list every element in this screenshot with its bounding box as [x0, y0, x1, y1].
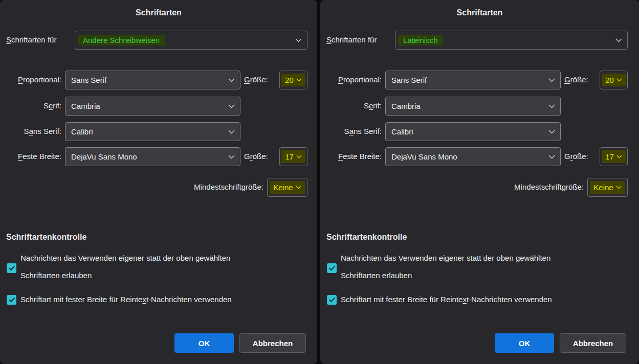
- size-mono-select[interactable]: 17: [600, 147, 628, 166]
- proportional-select[interactable]: Sans Serif: [385, 71, 561, 89]
- chevron-down-icon: [228, 155, 235, 159]
- label-part: öße:: [253, 152, 268, 161]
- label-part: indestschriftgröße:: [521, 183, 584, 191]
- check-icon: [9, 298, 15, 303]
- sans-serif-value: Calibri: [65, 127, 93, 136]
- ok-button[interactable]: OK: [495, 333, 554, 353]
- check-icon: [329, 298, 335, 303]
- check-icon: [9, 266, 15, 271]
- label-part: G: [564, 152, 570, 161]
- label-part: S: [24, 127, 29, 135]
- accesskey: P: [338, 75, 343, 84]
- fixed-width-select[interactable]: DejaVu Sans Mono: [385, 147, 561, 166]
- proportional-select[interactable]: Sans Serif: [65, 71, 240, 89]
- fixed-width-plaintext-checkbox[interactable]: [7, 295, 16, 305]
- dialog-title: Schriftarten: [320, 8, 639, 17]
- fonts-for-select[interactable]: Lateinisch: [395, 31, 628, 50]
- min-font-size-select[interactable]: Keine: [587, 178, 628, 197]
- serif-select[interactable]: Cambria: [385, 97, 561, 116]
- size-mono-select[interactable]: 17: [279, 147, 307, 166]
- size-proportional-value: 20: [605, 76, 614, 84]
- chevron-down-icon: [616, 186, 622, 189]
- fixed-width-value: DejaVu Sans Mono: [386, 152, 457, 161]
- cancel-button[interactable]: Abbrechen: [239, 333, 306, 353]
- label-part: achrichten das Verwenden eigener statt d…: [346, 254, 550, 262]
- accesskey: a: [349, 127, 354, 135]
- label-proportional: Proportional:: [0, 75, 61, 84]
- label-part: ns Serif:: [33, 127, 61, 135]
- label-part: Schriftart mit fester Breite für Reinte: [341, 295, 462, 304]
- label-part: Schriftart mit fester Breite für Reinte: [20, 295, 142, 304]
- label-part: S: [344, 127, 349, 135]
- chevron-down-icon: [548, 155, 555, 159]
- chevron-down-icon: [548, 130, 555, 134]
- label-fixed-width: Feste Breite:: [320, 152, 382, 161]
- accesskey: M: [514, 183, 521, 191]
- cancel-button[interactable]: Abbrechen: [560, 333, 626, 353]
- label-sans-serif: Sans Serif:: [0, 127, 61, 135]
- label-part: roportional:: [23, 75, 61, 84]
- dialog-title: Schriftarten: [0, 8, 317, 17]
- accesskey: N: [341, 254, 346, 262]
- label-part: chriftarten für: [332, 35, 377, 44]
- fixed-width-select[interactable]: DejaVu Sans Mono: [65, 147, 240, 166]
- label-min-font-size: Mindestschriftgröße:: [77, 183, 263, 191]
- serif-value: Cambria: [65, 102, 100, 110]
- accesskey: P: [18, 75, 23, 84]
- allow-own-fonts-checkbox[interactable]: [7, 263, 16, 273]
- label-part: S: [364, 101, 369, 110]
- chevron-down-icon: [228, 130, 235, 134]
- fixed-width-plaintext-label: Schriftart mit fester Breite für Reintex…: [341, 295, 552, 304]
- label-part: achrichten das Verwenden eigener statt d…: [26, 254, 230, 262]
- label-min-font-size: Mindestschriftgröße:: [397, 183, 584, 191]
- accesskey: F: [338, 152, 343, 161]
- fonts-dialog-right: Schriftarten Schriftarten für Lateinisch…: [320, 0, 639, 364]
- serif-select[interactable]: Cambria: [65, 97, 240, 116]
- size-proportional-select[interactable]: 20: [600, 71, 628, 89]
- fixed-width-plaintext-label: Schriftart mit fester Breite für Reintex…: [20, 295, 232, 304]
- label-size-proportional: Größe:: [564, 75, 588, 84]
- chevron-down-icon: [615, 38, 622, 42]
- accesskey: S: [6, 35, 11, 44]
- chevron-down-icon: [228, 78, 235, 82]
- chevron-down-icon: [228, 104, 235, 108]
- accesskey: G: [564, 75, 570, 84]
- label-part: chriftarten für: [11, 35, 56, 44]
- allow-own-fonts-label-line1: Nachrichten das Verwenden eigener statt …: [20, 254, 230, 262]
- label-fonts-for: Schriftarten für: [6, 35, 56, 44]
- label-part: este Breite:: [343, 152, 382, 161]
- chevron-down-icon: [296, 78, 302, 82]
- fonts-for-select[interactable]: Andere Schreibweisen: [75, 31, 307, 50]
- accesskey: M: [194, 183, 201, 191]
- label-sans-serif: Sans Serif:: [320, 127, 382, 135]
- check-icon: [329, 266, 335, 271]
- accesskey: G: [244, 75, 250, 84]
- label-part: t-Nachrichten verwenden: [467, 295, 552, 304]
- sans-serif-select[interactable]: Calibri: [385, 122, 561, 141]
- allow-own-fonts-checkbox[interactable]: [327, 263, 337, 273]
- fixed-width-plaintext-checkbox[interactable]: [327, 295, 337, 305]
- sans-serif-select[interactable]: Calibri: [65, 122, 240, 141]
- label-serif: Serif:: [320, 101, 382, 110]
- chevron-down-icon: [296, 155, 302, 158]
- label-proportional: Proportional:: [320, 75, 382, 84]
- accesskey: F: [18, 152, 23, 161]
- size-proportional-select[interactable]: 20: [279, 71, 307, 89]
- min-font-size-select[interactable]: Keine: [267, 178, 307, 197]
- allow-own-fonts-label-line1: Nachrichten das Verwenden eigener statt …: [341, 254, 550, 262]
- size-proportional-value: 20: [285, 76, 294, 84]
- label-part: öße:: [573, 152, 588, 161]
- size-mono-value: 17: [605, 152, 614, 161]
- sans-serif-value: Calibri: [386, 127, 413, 136]
- label-part: indestschriftgröße:: [201, 183, 263, 191]
- accesskey: a: [29, 127, 33, 135]
- label-part: ns Serif:: [354, 127, 382, 135]
- fonts-dialog-left: Schriftarten Schriftarten für Andere Sch…: [0, 0, 317, 364]
- ok-button[interactable]: OK: [174, 333, 234, 353]
- accesskey: x: [142, 295, 146, 304]
- accesskey: S: [326, 35, 332, 44]
- label-size-mono: Größe:: [564, 152, 588, 161]
- chevron-down-icon: [548, 104, 555, 108]
- fixed-width-value: DejaVu Sans Mono: [65, 152, 137, 161]
- fonts-for-value: Lateinisch: [398, 35, 443, 46]
